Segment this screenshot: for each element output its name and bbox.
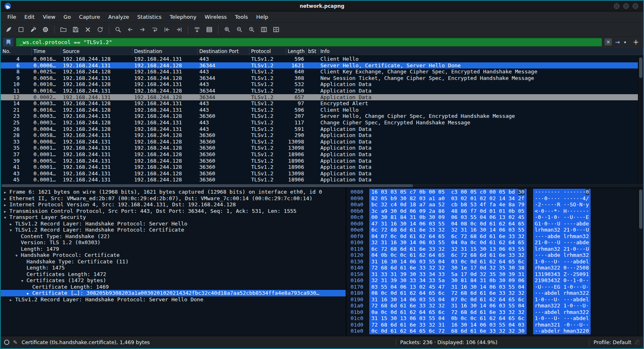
packet-row-11[interactable]: 110.0016…192.168.244.131192.168.244.1283… (1, 88, 638, 94)
hex-row[interactable]: 00d047 31 16 30 14 06 03 55 04 08 0c 0d … (350, 221, 643, 227)
detail-line[interactable]: ▾Handshake Protocol: Certificate (1, 252, 346, 258)
hex-bytes[interactable]: 08 0c 0d 61 62 64 65 6c 72 68 6d 61 6e 3… (369, 290, 527, 296)
detail-line[interactable]: Version: TLS 1.2 (0x0303) (1, 239, 346, 246)
column-header-time[interactable]: Time (32, 48, 61, 55)
hex-row[interactable]: 01c031 15 30 13 06 03 55 04 0b 0c 0c 61 … (350, 315, 643, 322)
filter-bookmark-button[interactable] (3, 38, 13, 46)
collapse-arrow-icon[interactable]: ▾ (4, 214, 9, 221)
column-header-destination[interactable]: Destination (132, 48, 198, 55)
hex-bytes[interactable]: 31 15 30 13 06 03 55 04 0b 0c 0c 61 62 6… (369, 315, 527, 322)
colorize-packets-icon[interactable] (204, 24, 215, 35)
packet-row-8[interactable]: 80.0025…192.168.244.128192.168.244.13144… (1, 68, 638, 75)
menu-help[interactable]: Help (252, 12, 272, 22)
zoom-100-icon[interactable] (246, 24, 257, 35)
detail-line[interactable]: Certificates Length: 1472 (1, 271, 346, 278)
detail-line[interactable]: Length: 1475 (1, 265, 346, 271)
expand-arrow-icon[interactable]: ▸ (4, 196, 9, 202)
menu-tools[interactable]: Tools (231, 12, 252, 22)
expert-info-icon[interactable] (4, 340, 9, 345)
column-header-no[interactable]: No. (1, 48, 32, 55)
hex-bytes[interactable]: 32 31 16 30 14 06 03 55 04 0a 0c 0d 61 6… (369, 239, 527, 246)
detail-line[interactable]: ▸Certificate […]: 308205b9308203a1a00302… (1, 290, 346, 296)
packet-row-45[interactable]: 450.0001…192.168.244.131192.168.244.1283… (1, 177, 638, 183)
hex-row[interactable]: 018008 0c 0d 61 62 64 65 6c 72 68 6d 61 … (350, 290, 643, 296)
packet-row-35[interactable]: 350.0001…192.168.244.131192.168.244.1283… (1, 145, 638, 151)
hex-row[interactable]: 013031 16 30 14 06 03 55 04 03 0c 0d 61 … (350, 258, 643, 265)
go-to-packet-icon[interactable] (149, 24, 160, 35)
hex-row[interactable]: 017003 55 04 06 13 02 45 47 31 16 30 14 … (350, 284, 643, 290)
hex-ascii[interactable]: 21·0···U ····abde (533, 239, 591, 246)
hex-bytes[interactable]: 0a 0c 0d 61 62 64 65 6c 72 68 6d 61 6e 3… (369, 309, 527, 316)
hex-ascii[interactable]: 1·0···U· ···abdel (533, 315, 591, 322)
hex-row[interactable]: 01a072 68 6d 61 6e 33 32 32 31 16 30 14 … (350, 303, 643, 309)
packet-row-43[interactable]: 430.0004…192.168.244.131192.168.244.1283… (1, 170, 638, 177)
minimize-button[interactable] (614, 3, 620, 9)
hex-ascii[interactable]: G1·0···U ····abde (533, 221, 591, 227)
stop-capture-icon[interactable] (15, 24, 26, 35)
filter-dropdown-icon[interactable]: ▾ (623, 40, 627, 44)
detail-line[interactable]: Certificate Length: 1469 (1, 284, 346, 290)
column-header-length[interactable]: Length (286, 48, 307, 55)
hex-ascii[interactable]: ·0··1·0· ··U····E (533, 214, 591, 221)
packet-row-39[interactable]: 390.0005…192.168.244.131192.168.244.1283… (1, 158, 638, 164)
hex-row[interactable]: 01d072 68 6d 61 6e 33 32 31 16 30 14 06 … (350, 322, 643, 328)
collapse-arrow-icon[interactable]: ▾ (21, 278, 26, 284)
open-file-icon[interactable] (58, 24, 69, 35)
hex-ascii[interactable]: ····abde lrhman32 (533, 233, 591, 240)
menu-edit[interactable]: Edit (20, 12, 39, 22)
hex-bytes[interactable]: 82 05 b9 30 82 03 a1 a0 03 02 01 02 02 1… (369, 195, 527, 202)
packet-row-14[interactable]: 140.0003…192.168.244.128192.168.244.1314… (1, 100, 638, 107)
menu-go[interactable]: Go (60, 12, 75, 22)
detail-line[interactable]: ▸TLSv1.2 Record Layer: Handshake Protoco… (1, 221, 346, 227)
packet-row-21[interactable]: 210.0016…192.168.244.128192.168.244.1314… (1, 107, 638, 113)
hex-ascii[interactable]: rhman321 ·0···U·· (533, 322, 591, 328)
profile-status[interactable]: Profile: Default (593, 339, 631, 345)
detail-line[interactable]: Handshake Type: Certificate (11) (1, 258, 346, 265)
hex-ascii[interactable]: ····abde lrhman32 (533, 252, 591, 258)
detail-line[interactable]: ▸Frame 6: 1621 bytes on wire (12968 bits… (1, 189, 346, 195)
expand-arrow-icon[interactable]: ▸ (27, 290, 32, 296)
hex-ascii[interactable]: rhman322 1·0···U· (533, 303, 591, 309)
capture-comment-icon[interactable]: ✎ (13, 339, 18, 345)
packet-row-12[interactable]: 120.0002…192.168.244.131192.168.244.1283… (1, 94, 638, 101)
apply-filter-icon[interactable]: → (614, 39, 621, 45)
hex-row[interactable]: 016032 31 39 30 33 34 33 5a 30 81 84 31 … (350, 277, 643, 284)
packet-row-33[interactable]: 330.0008…192.168.244.131192.168.244.1283… (1, 139, 638, 145)
hex-row[interactable]: 015031 33 31 39 30 33 34 33 5a 17 0d 32 … (350, 271, 643, 278)
hex-bytes[interactable]: bc 32 c4 0d 18 a7 aa 52 cb b8 53 4f fa 4… (369, 201, 527, 208)
packet-row-26[interactable]: 260.0004…192.168.244.128192.168.244.1314… (1, 126, 638, 133)
expand-arrow-icon[interactable]: ▸ (10, 297, 15, 303)
hex-ascii[interactable]: ········ ·······0 (533, 189, 591, 195)
hex-ascii[interactable]: ·U····EG 1·0···U· (533, 284, 591, 290)
hex-ascii[interactable]: rhman322 0···2508 (533, 265, 591, 271)
hex-bytes[interactable]: 03 55 04 06 13 02 45 47 31 16 30 14 06 0… (369, 284, 527, 290)
hex-row[interactable]: 00e06c 72 68 6d 61 6e 33 32 32 31 16 30 … (350, 227, 643, 233)
hex-bytes[interactable]: 04 0b 0c 0c 61 62 64 65 6c 72 68 6d 61 6… (369, 252, 527, 258)
resize-columns-icon[interactable] (258, 24, 269, 35)
hex-bytes[interactable]: 72 68 6d 61 6e 33 32 31 16 30 14 06 03 5… (369, 322, 527, 328)
reload-icon[interactable] (95, 24, 106, 35)
go-back-icon[interactable] (125, 24, 136, 35)
hex-ascii[interactable]: ···abdel rhman322 (533, 309, 591, 316)
detail-line[interactable]: ▸Transmission Control Protocol, Src Port… (1, 208, 346, 214)
packet-row-6[interactable]: 60.0006…192.168.244.131192.168.244.12836… (1, 62, 638, 69)
hex-row[interactable]: 008016 03 03 05 c7 0b 00 05 c3 00 05 c0 … (350, 189, 643, 195)
hex-row[interactable]: 01e00c 0d 61 62 64 65 6c 72 68 6d 61 6e … (350, 328, 643, 334)
detail-line[interactable]: Length: 1479 (1, 246, 346, 252)
hex-row[interactable]: 00f004 07 0c 0d 61 62 64 65 6c 72 68 6d … (350, 233, 643, 240)
go-first-icon[interactable] (161, 24, 172, 35)
scrollbar-thumb[interactable] (2, 184, 413, 187)
hex-ascii[interactable]: 1·0···U· ···abdel (533, 296, 591, 303)
hex-bytes[interactable]: 3c a9 30 0d 06 09 2a 86 48 86 f7 0d 01 0… (369, 208, 527, 214)
menu-statistics[interactable]: Statistics (133, 12, 165, 22)
hex-ascii[interactable]: 1·0···U· ···abdel (533, 258, 591, 265)
hex-ascii[interactable]: lrhman32 21·0···U (533, 246, 591, 252)
add-filter-button[interactable]: + (632, 38, 640, 46)
details-scrollbar[interactable] (638, 188, 643, 336)
hex-bytes[interactable]: 6c 72 68 6d 61 6e 33 32 32 31 16 30 14 0… (369, 227, 527, 233)
hex-bytes[interactable]: 31 16 30 14 06 03 55 04 03 0c 0d 61 62 6… (369, 258, 527, 265)
detail-line[interactable]: Content Type: Handshake (22) (1, 233, 346, 240)
hex-row[interactable]: 00c000 30 81 84 31 0b 30 09 06 03 55 04 … (350, 214, 643, 221)
column-header-destination-port[interactable]: Destination Port (198, 48, 249, 55)
hex-row[interactable]: 01106c 72 68 6d 61 6e 33 32 32 31 15 30 … (350, 246, 643, 252)
